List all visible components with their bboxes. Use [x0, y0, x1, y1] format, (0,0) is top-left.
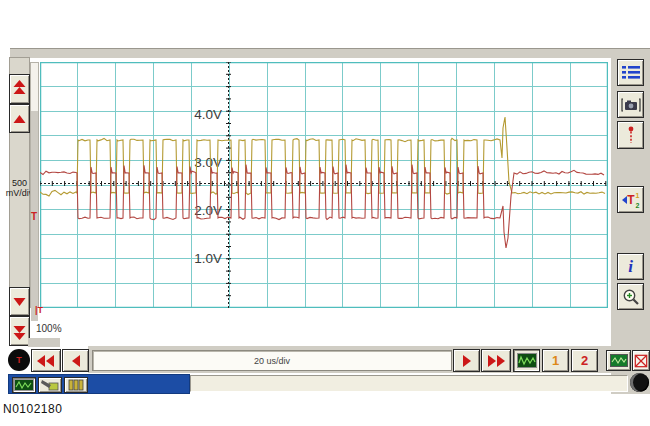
trigger-settings-button[interactable]: T 1 2	[617, 186, 644, 213]
svg-text:1: 1	[635, 192, 639, 199]
figure-number-label: N0102180	[3, 402, 62, 416]
scroll-left-button[interactable]	[62, 349, 89, 372]
close-button[interactable]	[632, 350, 650, 371]
scale-up-button[interactable]	[9, 104, 30, 133]
cursor-button[interactable]	[617, 121, 644, 149]
trigger-mode-button[interactable]: T	[8, 349, 30, 371]
list-menu-icon	[622, 65, 640, 81]
scroll-right-fast-button[interactable]	[481, 349, 511, 372]
down-arrow-icon	[12, 296, 27, 308]
scope-app-button[interactable]	[12, 377, 36, 393]
zoom-percent-label: 100%	[36, 323, 62, 334]
scroll-right-button[interactable]	[453, 349, 480, 372]
snapshot-button[interactable]	[617, 91, 644, 118]
binder-files-icon	[67, 379, 85, 391]
status-message-area	[190, 375, 628, 392]
timebase-label: 20 us/div	[254, 356, 290, 366]
voltage-label-4v: 4.0V	[194, 107, 222, 122]
trigger-mode-label: T	[16, 355, 22, 365]
zoom-in-icon	[622, 288, 640, 306]
svg-text:T: T	[627, 193, 635, 207]
trigger-level-marker[interactable]: T	[31, 212, 37, 221]
info-button[interactable]: i	[617, 253, 644, 280]
probe-tool-button[interactable]	[38, 377, 62, 393]
left-arrow-icon	[70, 354, 82, 368]
timebase-scrollbar[interactable]: 20 us/div	[92, 350, 452, 371]
status-bar	[8, 374, 190, 394]
scale-down-button[interactable]	[9, 287, 30, 316]
trace-offset-scrollbar[interactable]	[30, 62, 39, 308]
channel-2-button[interactable]: 2	[571, 349, 598, 372]
scale-up-fast-button[interactable]	[9, 74, 30, 104]
double-left-arrow-icon	[36, 354, 56, 368]
scope-view-button[interactable]	[513, 349, 540, 372]
double-down-arrow-icon	[12, 321, 27, 341]
cursor-probe-icon	[623, 125, 639, 145]
hand-tool-icon	[40, 379, 60, 391]
channel-1-button[interactable]: 1	[542, 349, 569, 372]
double-up-arrow-icon	[12, 79, 27, 99]
scroll-left-fast-button[interactable]	[31, 349, 61, 372]
waveform-screen-icon	[610, 354, 628, 367]
svg-text:2: 2	[635, 202, 639, 209]
scope-display[interactable]: 4.0V 3.0V 2.0V 1.0V	[40, 62, 608, 308]
camera-icon	[621, 97, 641, 113]
zoom-button[interactable]	[617, 283, 644, 310]
right-arrow-icon	[461, 354, 473, 368]
menu-list-button[interactable]	[617, 59, 644, 86]
capture-screen-button[interactable]	[606, 350, 631, 371]
panel-top-divider	[10, 48, 650, 59]
up-arrow-icon	[12, 113, 27, 125]
contrast-circle-icon[interactable]	[630, 373, 649, 392]
voltage-label-1v: 1.0V	[194, 251, 222, 266]
scale-down-fast-button[interactable]	[9, 316, 30, 346]
channel-2-label: 2	[581, 353, 588, 368]
channel-1-label: 1	[552, 353, 559, 368]
close-x-icon	[634, 354, 648, 368]
waveform-screen-icon	[14, 379, 34, 391]
trigger-time-marker[interactable]: |T	[35, 306, 43, 315]
double-right-arrow-icon	[486, 354, 506, 368]
trigger-setup-icon: T 1 2	[621, 190, 641, 210]
library-button[interactable]	[64, 377, 88, 393]
grid-lines	[40, 62, 608, 308]
info-icon: i	[628, 258, 633, 275]
waveform-screen-icon	[517, 353, 537, 368]
corner-block	[28, 338, 60, 347]
